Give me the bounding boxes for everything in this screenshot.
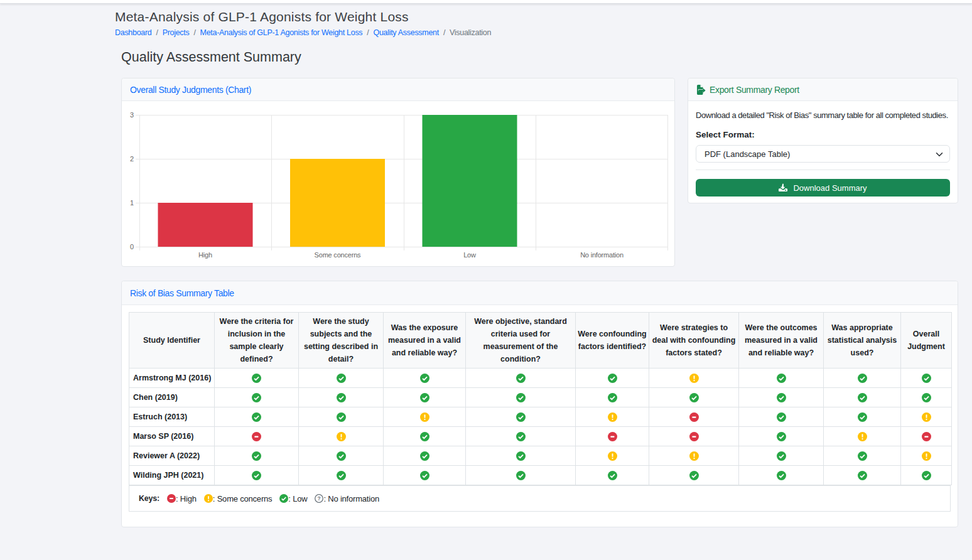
svg-text:Low: Low xyxy=(463,251,476,259)
svg-text:3: 3 xyxy=(130,111,134,119)
svg-text:?: ? xyxy=(318,495,321,502)
svg-text:2: 2 xyxy=(130,155,134,163)
svg-text:0: 0 xyxy=(130,243,134,250)
svg-text:High: High xyxy=(198,251,212,259)
svg-text:Some concerns: Some concerns xyxy=(315,251,362,259)
svg-text:No information: No information xyxy=(580,251,624,259)
svg-text:1: 1 xyxy=(130,199,134,207)
